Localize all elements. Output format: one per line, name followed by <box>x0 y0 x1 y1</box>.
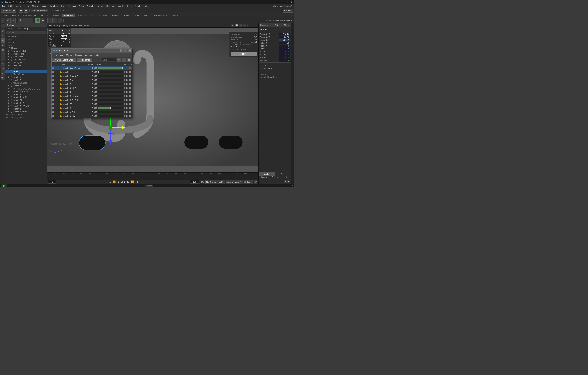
close-button[interactable]: ✕ <box>290 0 293 3</box>
add-target-btn[interactable]: ⊕ Add Target <box>77 58 92 62</box>
se-slider[interactable] <box>98 67 123 69</box>
tab-mash[interactable]: MASH <box>141 14 152 17</box>
se-search-btn[interactable]: 🔍 <box>117 58 121 62</box>
options-tab[interactable]: Options <box>270 176 280 179</box>
vp-menu-lighting[interactable]: Lighting <box>61 24 68 27</box>
se-target-row[interactable]: → 🔓 Mouth_Q_W_OO 0.000 Edit <box>52 74 132 78</box>
tab-xgen[interactable]: XGen <box>170 14 180 17</box>
next-audio-btn[interactable]: ▶ <box>287 180 290 183</box>
menu-display[interactable]: Display <box>39 5 49 7</box>
se-slider[interactable] <box>98 111 123 113</box>
no-live-surface[interactable]: No Live Surface <box>31 9 49 12</box>
rotate-y-value[interactable]: 0 <box>279 44 290 47</box>
menu-audio[interactable]: Audio <box>77 5 85 7</box>
vp-icon-btn[interactable]: ⬜ <box>235 24 238 27</box>
blend-shape-btn[interactable]: ⬛ <box>35 18 40 23</box>
next-frame-btn[interactable]: ⏩ <box>131 180 134 183</box>
toolbar-btn-undo[interactable]: ↩ <box>19 9 23 12</box>
menu-create[interactable]: Create <box>13 5 22 7</box>
se-row-edit[interactable]: Edit <box>123 103 129 105</box>
se-target-row[interactable]: → 🔓 Mouth_B_M_P 0.000 Edit <box>52 86 132 90</box>
lasso-tool-btn[interactable]: ⬡ <box>6 18 10 23</box>
tab-rigging[interactable]: Rigging <box>51 14 62 17</box>
list-item[interactable]: ▶ ⬡ Mouth_Th <box>5 99 47 102</box>
se-menu-shapes[interactable]: Shapes <box>74 54 83 56</box>
se-search-input[interactable] <box>102 58 116 61</box>
se-target-row[interactable]: → 🔓 Mouth_R 0.000 Edit <box>52 90 132 94</box>
tab-fx[interactable]: FX <box>88 14 95 17</box>
list-item[interactable]: 📷 side <box>5 43 47 46</box>
vp-icon-btn[interactable]: ⬛ <box>239 24 242 27</box>
list-item[interactable]: ◉ defaultLightSet <box>5 113 47 116</box>
skin-btn[interactable]: ◈ <box>40 18 45 23</box>
tab-sculpting[interactable]: Sculpting <box>38 14 51 17</box>
scale-x-value[interactable]: 1000 <box>279 50 290 53</box>
object-tab[interactable]: Object <box>284 24 290 26</box>
shapes-item[interactable]: MouthShape <box>261 67 289 70</box>
paint-icon[interactable]: ✎ <box>0 33 5 38</box>
timeline-wrapper[interactable]: 5 10 15 20 25 30 35 40 45 50 55 60 65 70… <box>47 172 258 180</box>
se-target-row[interactable]: → 🔓 Mouth_F_V 0.000 Edit <box>52 78 132 82</box>
scale-z-value[interactable]: 1000 <box>279 56 290 59</box>
fps-dropdown[interactable]: 24 fps <box>243 180 253 184</box>
step-back-btn[interactable]: ◀ <box>117 180 119 183</box>
tab-custom[interactable]: Custom <box>110 14 121 17</box>
list-item[interactable]: 📷 persp <box>5 35 47 38</box>
anim-tab[interactable]: Anim <box>275 172 291 175</box>
vp-menu-view[interactable]: View <box>48 24 52 27</box>
shape-editor-titlebar[interactable]: M Shape Editor — ❐ ✕ <box>52 49 132 53</box>
list-item[interactable]: ▶ ⬡ Mouth_R <box>5 93 47 96</box>
outliner-search-input[interactable] <box>6 31 46 34</box>
se-slider[interactable] <box>98 83 123 86</box>
current-frame-input[interactable] <box>48 180 56 183</box>
list-item[interactable]: ▶ ⬡ Mouth_L <box>5 107 47 110</box>
end-frame-input[interactable] <box>190 180 199 183</box>
list-item[interactable]: ▶ ⬡ Mouth_C_D_G_K_N_S_T_X_Y_Z <box>5 87 47 90</box>
se-target-row[interactable]: → 🔓 Mouth_A_E_I 0.000 Edit <box>52 110 132 114</box>
menu-key[interactable]: Key <box>60 5 66 7</box>
se-row-edit[interactable]: Edit <box>123 79 129 81</box>
menu-select[interactable]: Select <box>22 5 31 7</box>
list-item[interactable]: ◉ defaultObjectSet <box>5 116 47 119</box>
inputs-item[interactable]: Mouth_BlendShape <box>261 76 289 78</box>
se-row-edit[interactable]: Edit <box>123 75 129 77</box>
se-maximize-btn[interactable]: ❐ <box>124 49 127 52</box>
select-tool-btn[interactable]: ↖ <box>1 18 5 23</box>
se-slider-handle[interactable] <box>122 67 123 69</box>
list-item[interactable]: ▶ ⬡ Eye_Left <box>5 64 47 67</box>
rotate-tool-btn[interactable]: ↺ <box>23 18 28 23</box>
se-slider[interactable] <box>98 107 123 109</box>
workspace-dropdown[interactable]: Animation <box>1 9 16 12</box>
menu-deform[interactable]: Deform <box>95 5 105 7</box>
list-item[interactable]: 📷 front <box>5 41 47 43</box>
list-item[interactable]: ◈ Mouth_OShape <box>5 81 47 84</box>
outliner-menu-help[interactable]: Help <box>23 27 30 30</box>
maximize-button[interactable]: ❐ <box>286 0 289 3</box>
list-item[interactable]: ▶ ⬡ Body <box>5 67 47 70</box>
menu-mash[interactable]: MASH <box>116 5 125 7</box>
toolbar-btn-redo[interactable]: ↪ <box>24 9 28 12</box>
vp-icon-btn[interactable]: △ <box>243 24 246 27</box>
move-icon[interactable]: ✛ <box>0 38 5 43</box>
vp-menu-shading[interactable]: Shading <box>53 24 60 27</box>
menu-windows[interactable]: Windows <box>49 5 60 7</box>
goto-end-btn[interactable]: ⏭ <box>135 180 138 183</box>
symmetry-label[interactable]: Symmetry: Off <box>52 10 64 12</box>
lattice-icon[interactable]: ⊞ <box>0 57 5 61</box>
play-forward-btn[interactable]: ▶ <box>124 180 126 183</box>
se-target-row[interactable]: → 🔓 Mouth_O 0.500 Edit <box>52 106 132 110</box>
se-menu-options[interactable]: Options <box>83 54 93 56</box>
menu-animate[interactable]: Animate <box>85 5 95 7</box>
list-item[interactable]: ▼ ⬡ Mouth <box>5 70 47 73</box>
help-tab[interactable]: Help <box>280 176 291 179</box>
channels-tab[interactable]: Channels <box>260 24 268 26</box>
se-target-row[interactable]: → 🔓 Mouth_Ch_J_Sh 0.000 Edit <box>52 94 132 98</box>
display-tab[interactable]: Display <box>259 172 275 175</box>
se-row-edit[interactable]: Edit <box>123 71 129 73</box>
lasso-icon[interactable]: ⬡ <box>0 29 5 33</box>
vp-menu-renderer[interactable]: Renderer <box>74 24 83 27</box>
list-item[interactable]: ▶ ⬡ Eyebrow_Right <box>5 49 47 52</box>
list-item[interactable]: ◈ MouthShape <box>5 73 47 75</box>
vp-menu-panels[interactable]: Panels <box>84 24 90 27</box>
cluster-icon[interactable]: ✦ <box>0 71 5 75</box>
